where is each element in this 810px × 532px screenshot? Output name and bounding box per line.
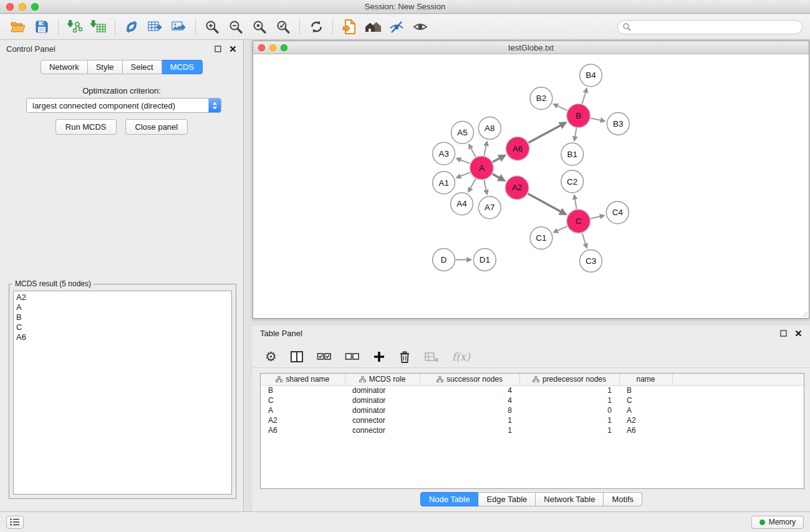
open-session-button[interactable]	[337, 17, 361, 37]
refresh-button[interactable]	[304, 17, 328, 37]
graph-edge-A6-B[interactable]	[529, 122, 566, 142]
graph-edge-B-B3[interactable]	[591, 118, 605, 121]
table-row[interactable]: A6connector11A6	[261, 425, 804, 435]
import-table-button[interactable]	[87, 17, 110, 37]
open-file-button[interactable]	[6, 17, 30, 37]
graph-node-C4[interactable]: C4	[606, 201, 629, 224]
column-header-successor-nodes[interactable]: successor nodes	[420, 374, 519, 385]
import-network-button[interactable]	[63, 17, 87, 37]
zoom-in-button[interactable]	[200, 17, 224, 37]
network-canvas[interactable]: B4B2BB3A5A8A6A3B1AC2A1A2A4A7C4CC1C3DD1	[254, 55, 808, 317]
float-panel-button[interactable]	[213, 44, 222, 53]
tab-node-table[interactable]: Node Table	[420, 492, 479, 506]
graph-node-A8[interactable]: A8	[478, 117, 501, 140]
new-network-button[interactable]	[120, 17, 143, 37]
zoom-fit-button[interactable]	[248, 17, 271, 37]
tab-network-table[interactable]: Network Table	[536, 492, 604, 506]
graph-node-B2[interactable]: B2	[530, 87, 552, 110]
graph-node-A1[interactable]: A1	[433, 172, 455, 194]
table-close-panel-button[interactable]	[794, 329, 803, 337]
graph-node-A2[interactable]: A2	[505, 176, 529, 200]
new-table-button[interactable]	[143, 17, 167, 37]
mcds-result-item[interactable]: A6	[16, 332, 229, 342]
add-row-button[interactable]	[373, 351, 385, 363]
graph-node-A3[interactable]: A3	[433, 142, 455, 165]
save-session-button[interactable]	[30, 17, 54, 37]
mcds-result-item[interactable]: A2	[16, 293, 229, 302]
table-row[interactable]: Adominator80A	[261, 405, 804, 415]
graph-edge-C-C2[interactable]	[574, 195, 576, 209]
hide-graphics-details-button[interactable]	[385, 17, 408, 37]
unselect-all-button[interactable]	[345, 351, 360, 362]
graph-edge-A-A2[interactable]	[493, 174, 504, 181]
graph-edge-C-C1[interactable]	[554, 226, 567, 233]
tab-style[interactable]: Style	[88, 60, 123, 74]
close-panel-button[interactable]	[228, 44, 237, 53]
graph-node-A4[interactable]: A4	[451, 193, 473, 215]
tab-motifs[interactable]: Motifs	[604, 492, 642, 506]
search-input[interactable]	[617, 20, 803, 34]
table-row[interactable]: Cdominator41C	[261, 395, 804, 405]
run-mcds-button[interactable]: Run MCDS	[55, 119, 117, 135]
graph-node-B1[interactable]: B1	[561, 143, 584, 165]
column-header-predecessor-nodes[interactable]: predecessor nodes	[519, 374, 619, 385]
function-builder-button[interactable]: f(x)	[452, 351, 470, 363]
graph-edge-A-A3[interactable]	[456, 158, 470, 163]
home-button[interactable]	[361, 17, 385, 37]
graph-node-A5[interactable]: A5	[451, 121, 474, 143]
export-image-button[interactable]	[167, 17, 191, 37]
graph-node-C[interactable]: C	[567, 210, 591, 233]
mcds-result-list[interactable]: A2ABCA6	[13, 291, 232, 495]
table-row[interactable]: Bdominator41B	[261, 385, 804, 395]
graph-node-B[interactable]: B	[567, 104, 591, 128]
mcds-result-item[interactable]: B	[16, 312, 229, 322]
graph-node-A[interactable]: A	[470, 156, 493, 180]
mcds-result-item[interactable]: C	[16, 322, 229, 332]
criterion-dropdown[interactable]: largest connected component (directed)	[26, 98, 221, 113]
graph-edge-C-C4[interactable]	[591, 216, 604, 219]
graph-edge-B-B2[interactable]	[554, 104, 567, 110]
graph-node-A7[interactable]: A7	[478, 196, 501, 219]
show-columns-button[interactable]	[290, 351, 304, 363]
graph-edge-A-A5[interactable]	[469, 145, 476, 157]
tab-network[interactable]: Network	[41, 60, 88, 74]
graph-edge-B-B4[interactable]	[582, 89, 587, 104]
mcds-result-item[interactable]: A	[16, 302, 229, 312]
tab-edge-table[interactable]: Edge Table	[478, 492, 536, 506]
graph-node-C3[interactable]: C3	[580, 250, 602, 273]
zoom-selected-button[interactable]	[271, 17, 295, 37]
table-row[interactable]: A2connector11A2	[261, 415, 804, 425]
graph-node-B3[interactable]: B3	[607, 113, 629, 135]
graph-edge-C-C3[interactable]	[582, 233, 587, 248]
delete-column-button[interactable]	[424, 351, 439, 362]
memory-button[interactable]: Memory	[751, 516, 804, 529]
select-all-button[interactable]	[317, 351, 332, 362]
close-panel-push-button[interactable]: Close panel	[125, 119, 188, 135]
graph-edge-A-A8[interactable]	[484, 142, 487, 156]
zoom-out-button[interactable]	[224, 17, 248, 37]
graph-edge-A-A4[interactable]	[468, 179, 476, 192]
show-graphics-details-button[interactable]	[408, 17, 432, 37]
svg-text:A1: A1	[438, 178, 448, 188]
tab-mcds[interactable]: MCDS	[162, 60, 203, 74]
graph-edge-A-A6[interactable]	[493, 155, 505, 162]
resize-grip-icon[interactable]	[801, 310, 808, 317]
column-header-name[interactable]: name	[619, 374, 672, 385]
graph-edge-A-A1[interactable]	[456, 172, 470, 178]
table-settings-button[interactable]: ⚙	[265, 350, 277, 363]
tab-select[interactable]: Select	[123, 60, 162, 74]
graph-node-C2[interactable]: C2	[561, 170, 584, 193]
graph-edge-A-A7[interactable]	[484, 180, 487, 195]
delete-row-button[interactable]	[398, 350, 411, 364]
table-float-panel-button[interactable]	[779, 329, 788, 337]
graph-node-B4[interactable]: B4	[580, 64, 602, 87]
graph-node-A6[interactable]: A6	[506, 137, 529, 160]
column-header-mcds-role[interactable]: MCDS role	[345, 374, 420, 385]
graph-edge-B-B1[interactable]	[574, 128, 576, 140]
graph-node-C1[interactable]: C1	[530, 227, 552, 249]
graph-node-D1[interactable]: D1	[473, 249, 496, 271]
graph-edge-A2-C[interactable]	[528, 194, 566, 215]
task-history-button[interactable]	[6, 516, 24, 529]
column-header-shared-name[interactable]: shared name	[261, 374, 345, 385]
graph-node-D[interactable]: D	[433, 249, 455, 271]
